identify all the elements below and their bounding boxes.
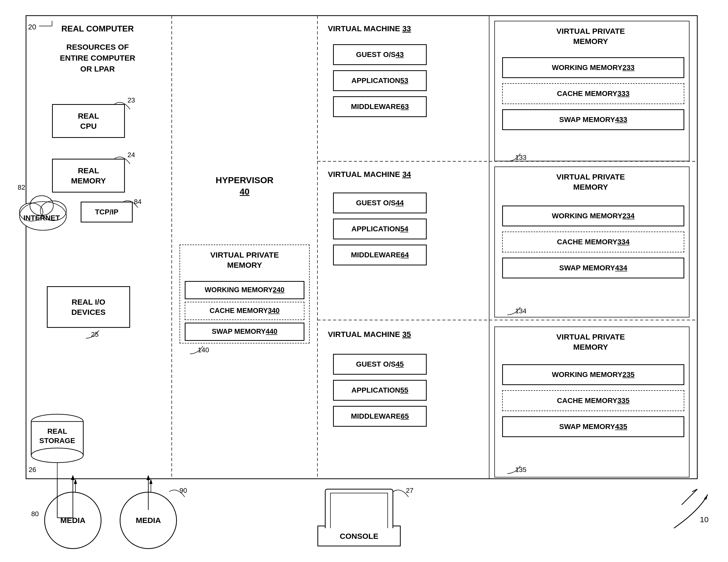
svg-marker-41 [704, 494, 708, 500]
vpm-hypervisor-label: VIRTUAL PRIVATEMEMORY [187, 250, 302, 270]
arrow-84 [117, 195, 143, 210]
application-54: APPLICATION 54 [333, 219, 427, 239]
svg-rect-37 [330, 493, 388, 528]
vpm-135-label: VIRTUAL PRIVATEMEMORY [500, 332, 682, 352]
vpm-134-label: VIRTUAL PRIVATEMEMORY [500, 172, 682, 192]
real-computer-label: REAL COMPUTER [36, 23, 159, 34]
arrow-140 [187, 343, 208, 356]
ref-82: 82 [18, 183, 25, 191]
application-55: APPLICATION 55 [333, 380, 427, 401]
guest-os-45: GUEST O/S 45 [333, 354, 427, 375]
working-memory-233: WORKING MEMORY 233 [502, 57, 684, 78]
internet-label: INTERNET [16, 213, 68, 223]
hypervisor-label: HYPERVISOR40 [180, 174, 310, 197]
arrow-134 [505, 304, 526, 317]
ref-20-label: 20 [28, 23, 36, 31]
resources-label: RESOURCES OFENTIRE COMPUTEROR LPAR [31, 42, 164, 74]
arrow-25 [83, 328, 104, 341]
arrow-133 [505, 151, 526, 164]
middleware-63: MIDDLEWARE 63 [333, 96, 427, 117]
vm35-label: VIRTUAL MACHINE 35 [323, 329, 479, 339]
middleware-64: MIDDLEWARE 64 [333, 245, 427, 265]
swap-memory-435: SWAP MEMORY 435 [502, 416, 684, 437]
vm33-label: VIRTUAL MACHINE 33 [323, 23, 479, 34]
ref-80: 80 [31, 510, 39, 518]
guest-os-43: GUEST O/S 43 [333, 44, 427, 65]
arrow-27 [388, 484, 414, 500]
diagram-container: 20 REAL COMPUTER RESOURCES OFENTIRE COMP… [0, 0, 728, 562]
swap-memory-433: SWAP MEMORY 433 [502, 109, 684, 130]
middleware-65: MIDDLEWARE 65 [333, 406, 427, 427]
arrow-23 [109, 96, 135, 112]
working-memory-234: WORKING MEMORY 234 [502, 206, 684, 226]
working-memory-235: WORKING MEMORY 235 [502, 364, 684, 385]
arrow-10 [661, 489, 713, 531]
swap-memory-434: SWAP MEMORY 434 [502, 258, 684, 278]
guest-os-44: GUEST O/S 44 [333, 193, 427, 213]
arrow-135 [505, 463, 526, 476]
svg-point-26 [30, 196, 53, 215]
svg-marker-47 [146, 475, 150, 480]
cache-memory-334: CACHE MEMORY 334 [502, 232, 684, 252]
storage-arrows [40, 411, 170, 520]
cache-memory-340: CACHE MEMORY 340 [185, 302, 304, 320]
real-io-box: REAL I/ODEVICES [47, 286, 130, 328]
swap-memory-440: SWAP MEMORY 440 [185, 323, 304, 341]
vpm-133-label: VIRTUAL PRIVATEMEMORY [500, 26, 682, 46]
arrow-24 [109, 151, 135, 167]
application-53: APPLICATION 53 [333, 70, 427, 91]
ref-26: 26 [29, 466, 36, 474]
working-memory-240: WORKING MEMORY 240 [185, 281, 304, 299]
console-box: CONSOLE [317, 526, 401, 546]
cache-memory-335: CACHE MEMORY 335 [502, 390, 684, 411]
cache-memory-333: CACHE MEMORY 333 [502, 83, 684, 104]
svg-marker-43 [71, 475, 75, 480]
vm34-label: VIRTUAL MACHINE 34 [323, 169, 479, 179]
